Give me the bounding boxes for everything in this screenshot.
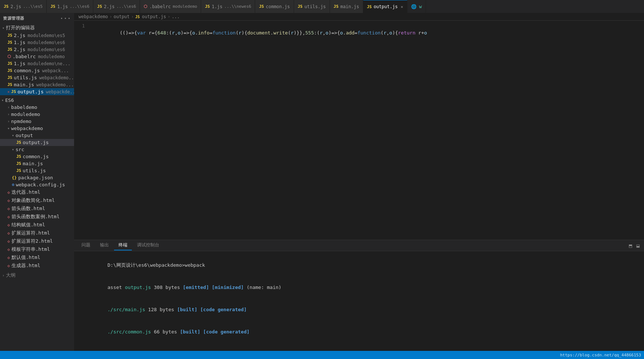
close-icon[interactable]: ✕ (401, 4, 403, 9)
line-number: 1 (74, 22, 91, 29)
file-path: moduledemo (38, 54, 65, 59)
file-spread-html[interactable]: ◇ 扩展运算符.html (0, 229, 74, 237)
sidebar-title: 资源管理器 (3, 16, 24, 21)
es6-section[interactable]: ▾ ES6 (0, 97, 74, 104)
terminal-line: ./src/main.js 128 bytes [built] [code ge… (79, 299, 640, 321)
js-icon: JS (50, 4, 55, 9)
folder-label: webpackdemo (11, 126, 43, 131)
chevron-right-icon: › (7, 105, 10, 109)
file-spread2-html[interactable]: ◇ 扩展运算符2.html (0, 237, 74, 245)
js-icon: JS (16, 154, 21, 159)
tab-mainjs[interactable]: JS main.js (330, 0, 363, 13)
file-utilsjs[interactable]: JS utils.js (0, 167, 74, 174)
file-mainjs[interactable]: JS main.js (0, 160, 74, 167)
folder-npmdemo[interactable]: › npmdemo (0, 118, 74, 125)
tab-output[interactable]: 输出 (96, 240, 113, 250)
file-generator-html[interactable]: ◇ 生成器.html (0, 262, 74, 270)
editor[interactable]: 1 (()=>{var r={648:(r,o)=>{o.info=functi… (74, 21, 644, 240)
main-layout: 资源管理器 ··· ▾ 打开的编辑器 JS 2.js moduledemo\es… (0, 13, 644, 351)
folder-webpackdemo[interactable]: ▾ webpackdemo (0, 125, 74, 132)
file-label: 2.js (14, 33, 25, 38)
open-file-1js-es6[interactable]: JS 1.js moduledemo\es6 (0, 39, 74, 46)
outline-section[interactable]: › 大纲 (0, 271, 74, 279)
file-label: main.js (14, 82, 34, 87)
panel-controls: ⬒ ⬓ (627, 242, 641, 249)
folder-src[interactable]: ▾ src (0, 146, 74, 153)
more-icon[interactable]: ··· (60, 15, 71, 22)
open-file-2js-es5[interactable]: JS 2.js moduledemo\es5 (0, 32, 74, 39)
tab-utilsjs[interactable]: JS utils.js (294, 0, 330, 13)
tab-terminal[interactable]: 终端 (114, 240, 132, 250)
file-arrow-html[interactable]: ◇ 箭头函数.html (0, 205, 74, 213)
open-file-1js-newes6[interactable]: JS 1.js moduledemo\ne... (0, 60, 74, 67)
file-label: 结构赋值.html (11, 222, 45, 228)
js-icon: JS (7, 75, 12, 80)
tab-babelrc[interactable]: ⬡ .babelrc moduledemo (140, 0, 201, 13)
tab-1js-es6[interactable]: JS 1.js ...\\es6 (47, 0, 93, 13)
file-label: webpack.config.js (16, 182, 65, 187)
html-icon: ◇ (7, 231, 10, 236)
file-iterator-html[interactable]: ◇ 迭代器.html (0, 188, 74, 196)
file-commonjs[interactable]: JS common.js (0, 153, 74, 160)
file-label: output.js (17, 89, 43, 94)
file-path: moduledemo\es6 (28, 47, 65, 52)
file-label: 2.js (14, 47, 25, 52)
open-file-utilsjs[interactable]: JS utils.js webpackdemo... (0, 74, 74, 81)
js-icon: JS (7, 33, 12, 38)
tab-problems[interactable]: 问题 (77, 240, 95, 250)
file-outputjs[interactable]: JS output.js (0, 139, 74, 146)
js-icon: JS (7, 47, 12, 52)
file-label: output.js (23, 140, 49, 145)
chevron-down-icon: ▾ (2, 26, 4, 30)
open-file-outputjs[interactable]: ✕ JS output.js webpackde... (0, 88, 74, 95)
crumb-ellipsis: ... (172, 14, 180, 19)
js-icon: JS (259, 4, 264, 9)
file-objfunc-html[interactable]: ◇ 对象函数简化.html (0, 196, 74, 205)
file-destructure-html[interactable]: ◇ 结构赋值.html (0, 221, 74, 229)
tab-2js-es6[interactable]: JS 2.js ...\\es6 (93, 0, 140, 13)
file-label: utils.js (23, 168, 46, 173)
js-icon: JS (16, 140, 21, 145)
open-file-commonjs[interactable]: JS common.js webpack... (0, 67, 74, 74)
folder-moduledemo[interactable]: › moduledemo (0, 111, 74, 118)
tab-commonjs[interactable]: JS common.js (255, 0, 294, 13)
tab-debug-console[interactable]: 调试控制台 (133, 240, 164, 250)
folder-label: output (16, 133, 33, 138)
html-icon: ◇ (7, 263, 10, 268)
file-template-html[interactable]: ◇ 模板字符串.html (0, 245, 74, 253)
tab-outputjs[interactable]: JS output.js ✕ (363, 0, 407, 13)
html-icon: ◇ (7, 223, 10, 227)
panel-maximize-icon[interactable]: ⬒ (627, 242, 633, 249)
open-file-babelrc[interactable]: ⬡ .babelrc moduledemo (0, 53, 74, 60)
tab-1js-newes6[interactable]: JS 1.js ...\\newes6 (201, 0, 255, 13)
file-packagejson[interactable]: {} package.json (0, 174, 74, 181)
open-file-mainjs[interactable]: JS main.js webpackdemo... (0, 81, 74, 88)
terminal-content[interactable]: D:\网页设计\es6\webpackdemo>webpack asset ou… (74, 251, 644, 351)
sidebar: 资源管理器 ··· ▾ 打开的编辑器 JS 2.js moduledemo\es… (0, 13, 74, 351)
file-label: 对象函数简化.html (11, 197, 55, 204)
tab-label: 1.js (212, 4, 223, 9)
file-label: 箭头函数数案例.html (11, 213, 60, 220)
panel-split-icon[interactable]: ⬓ (635, 242, 641, 249)
tab-label: 输出 (100, 242, 109, 247)
open-file-2js-es6[interactable]: JS 2.js moduledemo\es6 (0, 46, 74, 53)
file-arrow-case-html[interactable]: ◇ 箭头函数数案例.html (0, 213, 74, 221)
file-path: moduledemo\es6 (28, 40, 65, 45)
folder-babeldemo[interactable]: › babeldemo (0, 104, 74, 111)
file-label: package.json (18, 175, 53, 180)
tab-2js-es5[interactable]: JS 2.js ...\\es5 (0, 0, 47, 13)
tab-label: main.js (340, 4, 359, 9)
terminal-line: ./src/common.js 66 bytes [built] [code g… (79, 321, 640, 343)
file-default-html[interactable]: ◇ 默认值.html (0, 253, 74, 262)
close-icon[interactable]: ✕ (7, 90, 10, 94)
folder-output[interactable]: ▾ output (0, 132, 74, 139)
sep2: › (131, 14, 134, 19)
file-label: 箭头函数.html (11, 205, 45, 212)
file-label: 扩展运算符.html (11, 230, 50, 236)
tab-extra[interactable]: 🌐 w (407, 0, 426, 13)
file-label: 生成器.html (11, 262, 40, 269)
open-editors-section[interactable]: ▾ 打开的编辑器 (0, 24, 74, 32)
folder-label: src (16, 147, 24, 152)
file-webpackconfig[interactable]: ⚙ webpack.config.js (0, 181, 74, 188)
folder-label: babeldemo (11, 104, 37, 110)
